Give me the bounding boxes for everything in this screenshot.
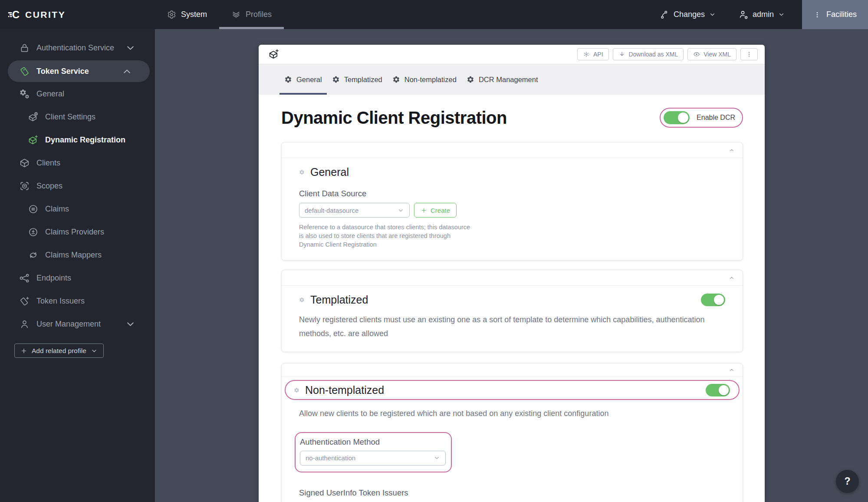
help-line: Dynamic Client Registration [299,240,725,249]
enable-dcr-toggle[interactable] [664,111,690,124]
sidebar-item-claims-mappers[interactable]: Claims Mappers [0,244,155,267]
chevron-down-icon [398,207,404,214]
scope-icon [19,181,30,192]
sidebar-item-endpoints[interactable]: Endpoints [0,267,155,290]
create-datasource-button[interactable]: Create [414,203,457,218]
cube-icon [19,158,30,168]
tab-label: General [296,76,322,84]
api-button[interactable]: API [577,48,609,60]
curity-logo[interactable]: CURITY [8,0,66,29]
claims-icon [28,204,39,215]
signed-userinfo-token-issuers-label: Signed UserInfo Token Issuers [299,488,725,498]
tab-general[interactable]: General [279,64,327,95]
client-data-source-select[interactable]: default-datasource [299,203,410,218]
sidebar-item-claims-providers[interactable]: Claims Providers [0,221,155,244]
sidebar-item-label: Claims Mappers [45,251,102,260]
chevron-down-icon [125,43,136,53]
layers-icon [231,10,241,20]
branch-icon [660,10,669,20]
title-row: Dynamic Client Registration Enable DCR [281,108,743,128]
sidebar-item-label: Client Settings [45,112,95,122]
create-button-label: Create [431,207,450,214]
download-xml-label: Download as XML [629,51,678,58]
general-card-collapse-bar [282,142,743,158]
help-line: Reference to a datasource that stores cl… [299,223,725,231]
gear-icon [284,76,292,83]
toggle-knob [714,295,724,305]
sidebar-item-label: Token Issuers [36,297,85,306]
changes-menu[interactable]: Changes [648,10,727,20]
top-nav: System Profiles [155,0,284,29]
sidebar-item-token-service[interactable]: Token Service [8,60,150,82]
sidebar-item-token-issuers[interactable]: Token Issuers [0,290,155,313]
claims-mapper-icon [28,250,39,261]
general-heading: General [310,166,349,178]
templatized-card: Templatized Newly registered clients mus… [281,270,743,352]
enable-dcr-control: Enable DCR [660,108,743,128]
sidebar-item-label: Token Service [36,67,89,76]
authentication-method-select[interactable]: no-authentication [300,451,446,466]
plus-icon [20,347,27,354]
templatized-toggle[interactable] [701,294,725,306]
chevron-down-icon [125,319,136,330]
sidebar-item-label: Scopes [36,182,62,191]
panel-header: API Download as XML View XML [259,45,765,64]
api-icon [583,51,590,58]
facilities-button[interactable]: Facilities [802,0,868,29]
sidebar-item-client-settings[interactable]: Client Settings [0,106,155,129]
collapse-chevron-icon[interactable] [729,275,735,281]
cube-gear-icon [28,112,39,122]
collapse-chevron-icon[interactable] [729,367,735,373]
chevron-down-icon [434,455,440,461]
non-templatized-heading: Non-templatized [305,384,384,396]
nav-tab-system[interactable]: System [155,0,219,29]
changes-label: Changes [674,10,705,19]
tab-templatized[interactable]: Templatized [327,64,387,95]
sidebar-item-scopes[interactable]: Scopes [0,175,155,198]
non-templatized-description: Allow new clients to be registered which… [299,407,725,421]
chevron-down-icon [778,11,785,18]
sidebar-item-label: Authentication Service [36,43,114,53]
section-tabs: General Templatized Non-templatized DCR … [259,64,765,95]
sidebar-item-dynamic-registration[interactable]: Dynamic Registration [0,129,155,152]
person-icon [19,319,30,330]
authentication-method-highlight-box: Authentication Method no-authentication [295,432,452,472]
sidebar-item-user-management[interactable]: User Management [0,313,155,336]
tab-dcr-management[interactable]: DCR Management [462,64,543,95]
download-icon [618,51,625,58]
general-heading-row: General [299,166,725,178]
non-templatized-toggle[interactable] [706,384,730,396]
gear-icon [467,76,474,83]
sidebar-item-label: Clients [36,159,60,168]
more-options-button[interactable] [740,48,758,60]
client-data-source-label: Client Data Source [299,189,725,198]
kebab-icon [813,11,821,19]
claims-provider-icon [28,227,39,238]
nav-tab-profiles[interactable]: Profiles [219,0,284,29]
add-related-profile-label: Add related profile [32,347,86,355]
help-button[interactable]: ? [836,470,859,493]
sidebar-item-label: General [36,89,64,99]
tab-non-templatized[interactable]: Non-templatized [388,64,461,95]
sidebar-item-general[interactable]: General [0,83,155,106]
sidebar-item-clients[interactable]: Clients [0,152,155,175]
tab-label: Templatized [344,76,382,84]
client-data-source-value: default-datasource [305,207,358,214]
ticket-icon [19,66,30,77]
sidebar-item-claims[interactable]: Claims [0,198,155,221]
download-xml-button[interactable]: Download as XML [613,48,684,60]
ticket-plus-icon [19,296,30,307]
api-button-label: API [593,51,603,58]
collapse-chevron-icon[interactable] [729,147,735,153]
templatized-heading: Templatized [310,294,368,306]
view-xml-button[interactable]: View XML [687,48,736,60]
user-gear-icon [738,10,748,20]
sidebar-item-authentication-service[interactable]: Authentication Service [0,36,155,59]
chevron-down-icon [709,11,716,18]
main-panel: API Download as XML View XML General Tem… [259,45,765,502]
gears-icon [19,89,30,99]
add-related-profile-button[interactable]: Add related profile [14,343,104,358]
nav-tab-profiles-label: Profiles [246,10,272,19]
user-menu[interactable]: admin [727,10,796,20]
top-bar: CURITY System Profiles Changes admin Fac… [0,0,868,29]
